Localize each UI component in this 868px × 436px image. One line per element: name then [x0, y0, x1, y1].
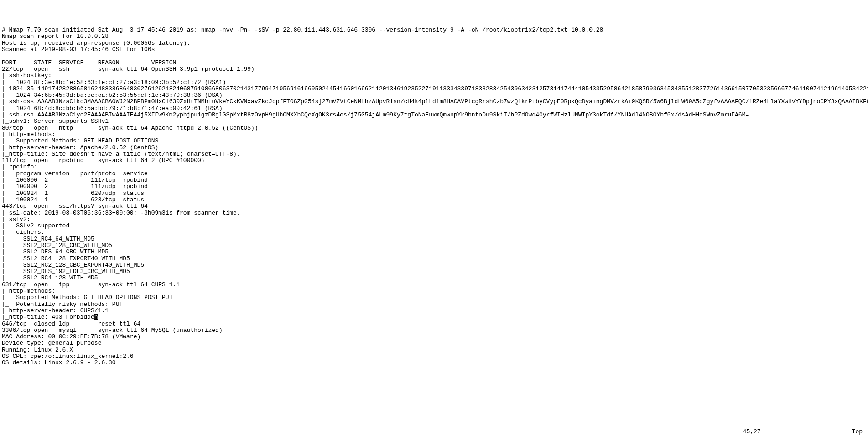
status-bar: 45,27 Top	[0, 429, 868, 435]
terminal-text-after-cursor: 646/tcp closed ldp reset ttl 64 3306/tcp…	[2, 320, 223, 367]
terminal-text-before-cursor: # Nmap 7.70 scan initiated Sat Aug 3 17:…	[2, 26, 868, 320]
cursor: n	[94, 314, 98, 320]
status-position: 45,27	[743, 429, 761, 435]
status-scroll: Top	[852, 429, 863, 435]
terminal-output[interactable]: # Nmap 7.70 scan initiated Sat Aug 3 17:…	[0, 26, 868, 367]
